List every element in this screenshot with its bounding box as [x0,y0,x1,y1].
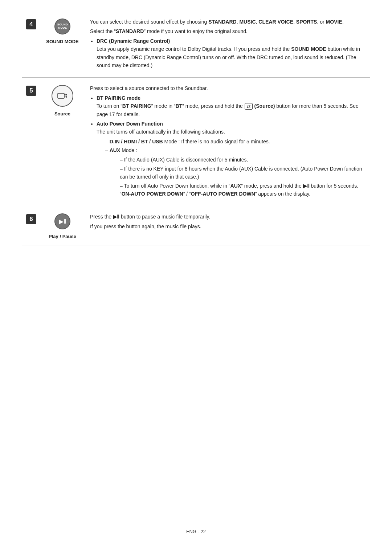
page-footer: ENG - 22 [22,514,370,534]
icon-cell: SOUNDMODESOUND MODE [41,11,84,77]
icon-cell: ▶ⅡPlay / Pause [41,206,84,245]
table-row: 5 SourcePress to select a source connect… [22,78,370,206]
svg-rect-0 [58,93,64,98]
source-icon [52,85,73,107]
icon-label: Source [54,111,70,116]
row-number: 4 [26,19,36,29]
sound-mode-icon: SOUNDMODE [54,19,70,34]
icon-cell: Source [41,78,84,206]
content-cell: You can select the desired sound effect … [84,11,370,77]
icon-label: Play / Pause [49,234,76,239]
page-number: ENG - 22 [186,529,206,534]
row-number-cell: 5 [22,78,41,206]
table-row: 4SOUNDMODESOUND MODEYou can select the d… [22,11,370,78]
row-number-cell: 6 [22,206,41,245]
row-number: 6 [26,214,36,224]
table-row: 6▶ⅡPlay / PausePress the ▶Ⅱ button to pa… [22,206,370,245]
source-svg [57,90,68,101]
content-table: 4SOUNDMODESOUND MODEYou can select the d… [22,11,370,245]
icon-label: SOUND MODE [46,39,79,44]
play-pause-icon: ▶Ⅱ [54,213,70,229]
row-number-cell: 4 [22,11,41,77]
content-cell: Press to select a source connected to th… [84,78,370,206]
content-cell: Press the ▶Ⅱ button to pause a music fil… [84,206,370,245]
row-number: 5 [26,86,36,96]
